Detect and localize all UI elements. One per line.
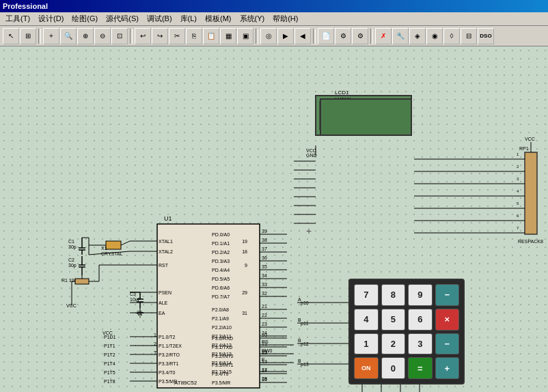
svg-text:C2: C2: [68, 257, 74, 262]
svg-text:P1D1: P1D1: [104, 335, 116, 339]
key-minus2[interactable]: −: [435, 333, 460, 355]
toolbar: ↖ ⊞ + 🔍 ⊕ ⊖ ⊡ ↩ ↪ ✂ ⎘ 📋 ▦ ▣ ◎ ▶ ◀ 📄 ⚙ ⚙ …: [0, 26, 548, 46]
svg-text:P3.0/RXD: P3.0/RXD: [212, 336, 233, 341]
tool-del1[interactable]: ✗: [375, 28, 392, 44]
tool-grid[interactable]: ⊞: [20, 28, 36, 44]
svg-text:33: 33: [262, 282, 267, 287]
menu-help[interactable]: 帮助(H): [269, 12, 302, 25]
svg-text:P1T4: P1T4: [104, 361, 115, 366]
svg-text:RESPACK8: RESPACK8: [518, 239, 543, 244]
svg-text:VCC: VCC: [525, 137, 535, 141]
key-4[interactable]: 4: [354, 309, 379, 331]
tool-comp3[interactable]: ⚙: [352, 28, 368, 44]
key-on[interactable]: ON: [354, 357, 379, 379]
tool-misc1[interactable]: ◈: [409, 28, 426, 44]
svg-text:B: B: [298, 318, 301, 322]
key-multiply[interactable]: ×: [435, 309, 460, 331]
svg-text:14: 14: [262, 368, 267, 373]
svg-text:2: 2: [517, 165, 519, 169]
key-1[interactable]: 1: [354, 333, 379, 355]
key-8[interactable]: 8: [381, 284, 406, 306]
menu-source[interactable]: 源代码(S): [102, 12, 143, 25]
svg-text:PD.7/A7: PD.7/A7: [212, 294, 230, 299]
svg-text:VCC: VCC: [306, 148, 316, 153]
key-9[interactable]: 9: [408, 284, 433, 306]
svg-text:X1: X1: [101, 246, 107, 251]
key-minus[interactable]: −: [435, 284, 460, 306]
tool-misc2[interactable]: ◉: [426, 28, 443, 44]
key-5[interactable]: 5: [381, 309, 406, 331]
tool-zoom-out[interactable]: ⊖: [94, 28, 111, 44]
svg-text:p11: p11: [301, 321, 309, 326]
canvas-area[interactable]: U1 AT89C52 XTAL1 19 XTAL2 18 RST 9 PSEN …: [0, 46, 548, 392]
toolbar-sep-1: [38, 29, 41, 44]
tool-select[interactable]: ↖: [3, 28, 19, 44]
tool-search[interactable]: ◎: [260, 28, 277, 44]
svg-text:RP1: RP1: [519, 146, 529, 151]
svg-text:37: 37: [262, 247, 267, 251]
svg-text:12: 12: [262, 350, 267, 355]
tool-misc4[interactable]: ⊟: [461, 28, 477, 44]
tool-cross[interactable]: +: [43, 28, 59, 44]
tool-undo[interactable]: ↩: [135, 28, 151, 44]
tool-zoom-in2[interactable]: ⊕: [77, 28, 94, 44]
schematic-svg: U1 AT89C52 XTAL1 19 XTAL2 18 RST 9 PSEN …: [0, 46, 548, 392]
key-6[interactable]: 6: [408, 309, 433, 331]
svg-text:PD.5/A5: PD.5/A5: [212, 277, 230, 281]
lcd-display: [320, 98, 412, 136]
tool-zoom-in[interactable]: 🔍: [60, 28, 77, 44]
svg-text:XTAL2: XTAL2: [159, 249, 173, 254]
tool-dso[interactable]: DSO: [478, 28, 494, 44]
menu-lib[interactable]: 库(L): [176, 12, 201, 25]
tool-comp2[interactable]: ⚙: [335, 28, 351, 44]
svg-text:U1: U1: [164, 215, 172, 222]
tool-del2[interactable]: 🔧: [392, 28, 409, 44]
key-equals[interactable]: =: [408, 357, 433, 379]
svg-text:9: 9: [245, 263, 247, 268]
key-7[interactable]: 7: [354, 284, 379, 306]
svg-text:p10: p10: [301, 300, 309, 306]
svg-text:P2.0/A8: P2.0/A8: [212, 307, 229, 312]
key-plus[interactable]: +: [435, 357, 460, 379]
svg-text:PD.0/A0: PD.0/A0: [212, 232, 230, 237]
tool-copy[interactable]: ⎘: [186, 28, 202, 44]
svg-text:6: 6: [517, 214, 519, 218]
menu-design[interactable]: 设计(D): [34, 12, 68, 25]
title-bar: Professional: [0, 0, 548, 12]
svg-text:22: 22: [262, 313, 267, 318]
tool-paste[interactable]: 📋: [203, 28, 219, 44]
tool-cut[interactable]: ✂: [169, 28, 185, 44]
menu-bar: 工具(T) 设计(D) 绘图(G) 源代码(S) 调试(B) 库(L) 模板(M…: [0, 12, 548, 26]
svg-text:10: 10: [262, 333, 267, 337]
key-3[interactable]: 3: [408, 333, 433, 355]
svg-text:P1T8: P1T8: [104, 379, 115, 384]
svg-text:1: 1: [154, 333, 156, 337]
svg-text:1: 1: [517, 152, 519, 156]
tool-arrow-l[interactable]: ◀: [294, 28, 311, 44]
key-2[interactable]: 2: [381, 333, 406, 355]
svg-text:P2.2/A10: P2.2/A10: [212, 325, 232, 330]
menu-draw[interactable]: 绘图(G): [68, 12, 102, 25]
tool-comp1[interactable]: 📄: [318, 28, 334, 44]
svg-text:18: 18: [242, 249, 247, 254]
svg-text:36: 36: [262, 255, 267, 260]
tool-block[interactable]: ▦: [220, 28, 236, 44]
svg-text:LCD1: LCD1: [335, 89, 349, 96]
key-0[interactable]: 0: [381, 357, 406, 379]
svg-text:21: 21: [262, 304, 267, 309]
tool-misc3[interactable]: ◊: [443, 28, 460, 44]
tool-redo[interactable]: ↪: [152, 28, 168, 44]
tool-arrow-r[interactable]: ▶: [277, 28, 294, 44]
svg-text:P1.1/T2EX: P1.1/T2EX: [159, 344, 182, 348]
menu-system[interactable]: 系统(Y): [236, 12, 269, 25]
menu-debug[interactable]: 调试(B): [143, 12, 176, 25]
svg-text:P3.5/MR: P3.5/MR: [159, 379, 177, 384]
tool-zoom-fit[interactable]: ⊡: [111, 28, 128, 44]
menu-template[interactable]: 模板(M): [201, 12, 236, 25]
svg-text:P3.3/INT1: P3.3/INT1: [212, 363, 234, 367]
menu-tools[interactable]: 工具(T): [1, 12, 34, 25]
svg-text:VCC: VCC: [66, 303, 77, 308]
svg-text:32: 32: [262, 291, 267, 296]
svg-text:P3.4/T0: P3.4/T0: [159, 370, 176, 375]
tool-block2[interactable]: ▣: [237, 28, 254, 44]
